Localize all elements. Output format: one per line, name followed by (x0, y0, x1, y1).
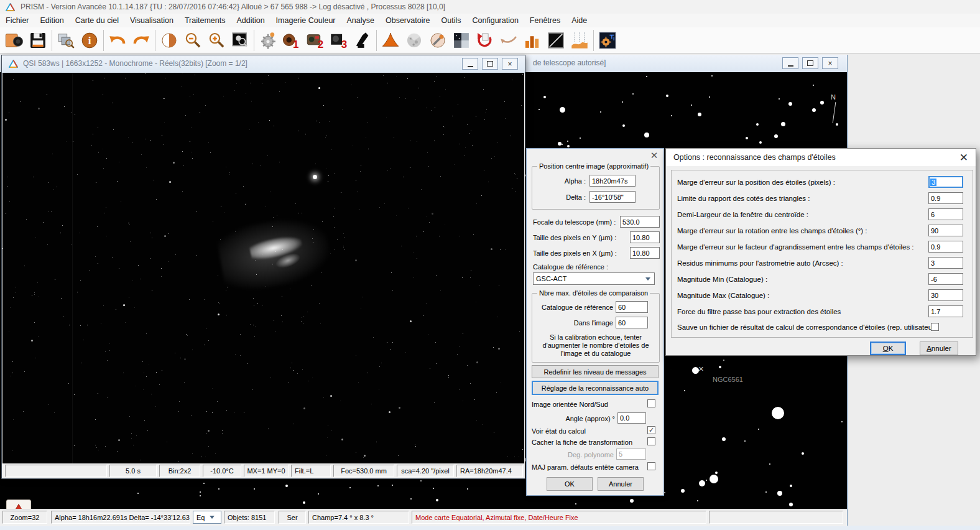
options-title: Options : reconnaissance des champs d'ét… (673, 153, 836, 162)
zoom-in-icon[interactable] (205, 29, 228, 52)
menu-carte-du-ciel[interactable]: Carte du ciel (70, 14, 124, 27)
filtre-passe-bas-input[interactable] (928, 305, 963, 317)
panel-cancel-button[interactable]: Annuler (598, 477, 644, 491)
menu-aide[interactable]: Aide (566, 14, 593, 27)
maj-header-checkbox[interactable] (647, 462, 655, 470)
menu-analyse[interactable]: Analyse (341, 14, 380, 27)
opt-row-label: Marge d'erreur sur la rotation entre les… (677, 227, 867, 235)
auto-gears-icon[interactable] (596, 29, 619, 52)
mosaic-icon[interactable] (450, 29, 473, 52)
pixel-y-label: Taille des pixels en Y (µm) : (533, 234, 616, 241)
qsi-minimize-button[interactable] (462, 58, 478, 70)
cat-ref-label: Catalogue de référence (534, 304, 613, 311)
panel-close-icon[interactable]: ✕ (649, 150, 660, 161)
menu-imagerie-couleur[interactable]: Imagerie Couleur (270, 14, 341, 27)
camera-1-icon[interactable]: 1 (280, 29, 303, 52)
menu-configuration[interactable]: Configuration (467, 14, 524, 27)
toolbar-separator (155, 30, 155, 51)
save-icon[interactable] (26, 29, 50, 52)
menu-edition[interactable]: Edition (35, 14, 70, 27)
panel-ok-button[interactable]: OK (547, 477, 593, 491)
moon-phase-icon[interactable] (402, 29, 426, 52)
pixel-y-input[interactable] (630, 231, 660, 243)
menu-fenetres[interactable]: Fenêtres (524, 14, 566, 27)
marge-position-input[interactable]: 3 (928, 176, 963, 188)
menu-observatoire[interactable]: Observatoire (380, 14, 436, 27)
rotate-image-icon[interactable] (473, 29, 497, 52)
residus-input[interactable] (928, 257, 963, 269)
skychart-minimize-button[interactable] (782, 57, 798, 69)
bottom-border-strip (0, 526, 980, 530)
camera-2-icon[interactable]: 2 (303, 29, 327, 52)
frame-select[interactable]: Eq (193, 511, 221, 524)
camera-3-icon[interactable]: 3 (327, 29, 351, 52)
warning-icon[interactable]: ! (6, 500, 31, 509)
histogram-icon[interactable] (520, 29, 544, 52)
max-stars-groupbox: Nbre max. d'étoiles de comparaison Catal… (532, 293, 660, 363)
skychart-close-button[interactable]: × (822, 57, 838, 69)
save-result-checkbox[interactable] (931, 323, 939, 331)
chart-mode-indicator: Mode carte Equatorial, Azimutal fixe, Da… (412, 511, 706, 524)
catalogue-select[interactable]: GSC-ACT (533, 272, 655, 285)
curve-arrow-icon[interactable] (497, 29, 520, 52)
in-image-label: Dans l'image (534, 319, 613, 327)
dark-frame-icon[interactable] (544, 29, 568, 52)
skychart-restore-button[interactable] (802, 57, 818, 69)
menu-outils[interactable]: Outils (436, 14, 467, 27)
status-empty (5, 465, 107, 477)
north-south-checkbox[interactable] (647, 399, 655, 407)
options-cancel-button[interactable]: Annuler (920, 342, 958, 355)
marge-agrandissement-input[interactable] (928, 241, 963, 253)
marge-rotation-input[interactable] (928, 225, 963, 236)
opt-row-label: Residus minimums pour l'astrometrie auto… (677, 259, 843, 267)
tools-wrench-icon[interactable] (426, 29, 450, 52)
column-profile-icon[interactable] (568, 29, 591, 52)
gear-settings-icon[interactable] (256, 29, 280, 52)
toolbar-separator (376, 30, 377, 51)
pixel-x-input[interactable] (630, 247, 660, 259)
in-image-input[interactable] (616, 317, 648, 328)
opt-row-label: Limite du rapport des cotés des triangle… (677, 195, 810, 202)
magnitude-max-input[interactable] (928, 289, 963, 301)
angle-input[interactable] (617, 412, 646, 424)
reco-settings-button[interactable]: Réglage de la reconnaissance auto (532, 381, 659, 395)
alpha-input[interactable] (589, 175, 636, 187)
view-calc-label: Voir état du calcul (532, 427, 586, 435)
field-indicator: Champ=7.4 ° x 8.3 ° (308, 511, 409, 524)
qsi-image-canvas[interactable] (2, 73, 524, 463)
options-ok-button[interactable]: OK (870, 342, 906, 355)
telescope-icon[interactable] (351, 29, 374, 52)
hide-transform-checkbox[interactable] (647, 437, 655, 445)
focale-input[interactable] (620, 216, 660, 228)
opt-row-label: Marge d'erreur sur le facteur d'agrandis… (677, 243, 914, 251)
qsi-restore-button[interactable] (482, 58, 498, 70)
qsi-close-button[interactable]: × (502, 58, 518, 70)
options-close-icon[interactable]: ✕ (959, 151, 968, 164)
delta-input[interactable] (589, 191, 636, 203)
menu-fichier[interactable]: Fichier (0, 14, 35, 27)
options-titlebar: Options : reconnaissance des champs d'ét… (666, 149, 976, 166)
bright-star (772, 407, 784, 419)
angle-label: Angle (approx) ° (552, 415, 615, 422)
image-info-icon[interactable]: i (78, 29, 101, 52)
max-stars-group-title: Nbre max. d'étoiles de comparaison (537, 289, 650, 297)
focus-peak-icon[interactable] (379, 29, 402, 52)
menu-visualisation[interactable]: Visualisation (124, 14, 179, 27)
open-image-icon[interactable] (2, 29, 26, 52)
zoom-out-icon[interactable] (181, 29, 205, 52)
view-calc-checkbox[interactable] (647, 426, 655, 434)
magnitude-min-input[interactable] (928, 273, 963, 285)
menu-addition[interactable]: Addition (231, 14, 270, 27)
pixel-x-label: Taille des pixels en X (µm) : (533, 249, 617, 257)
undo-icon[interactable] (106, 29, 129, 52)
duplicate-image-icon[interactable] (54, 29, 78, 52)
menu-traitements[interactable]: Traitements (179, 14, 231, 27)
demi-largeur-input[interactable] (928, 208, 963, 220)
prism-logo-icon (5, 2, 16, 12)
view-zoom-icon[interactable] (228, 29, 252, 52)
cat-ref-input[interactable] (616, 301, 648, 313)
redefine-messages-button[interactable]: Redefinir les niveau de messages (532, 365, 659, 378)
contrast-icon[interactable] (157, 29, 181, 52)
redo-icon[interactable] (129, 29, 153, 52)
rapport-triangles-input[interactable] (928, 192, 963, 204)
